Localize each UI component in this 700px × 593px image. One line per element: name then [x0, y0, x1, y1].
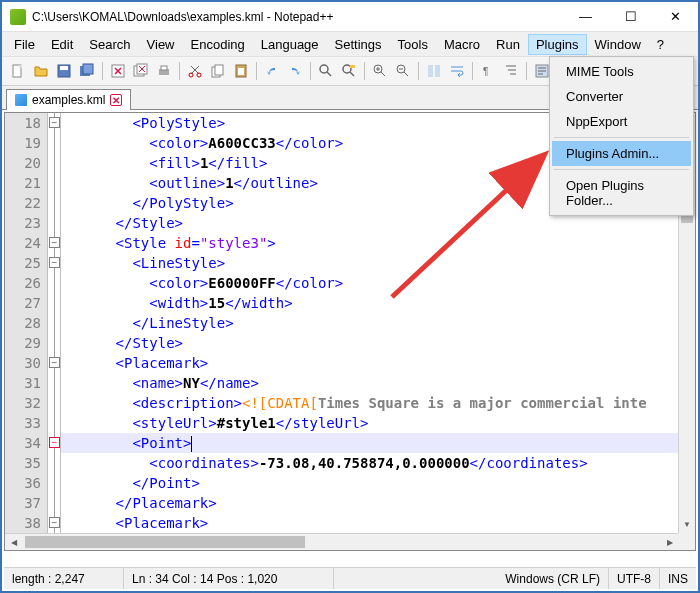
status-encoding[interactable]: UTF-8 [609, 568, 660, 589]
code-line[interactable]: <description><![CDATA[Times Square is a … [61, 393, 695, 413]
indent-guide-icon[interactable] [501, 61, 521, 81]
show-symbols-icon[interactable]: ¶ [478, 61, 498, 81]
scroll-thumb[interactable] [25, 536, 305, 548]
undo-icon[interactable] [262, 61, 282, 81]
close-all-icon[interactable] [131, 61, 151, 81]
line-number: 33 [5, 413, 47, 433]
line-number: 27 [5, 293, 47, 313]
menu-plugins[interactable]: Plugins [528, 34, 587, 55]
scroll-right-icon[interactable]: ▶ [661, 534, 678, 550]
tab-close-icon[interactable]: ✕ [110, 94, 122, 106]
menu-macro[interactable]: Macro [436, 34, 488, 55]
minimize-button[interactable]: — [563, 3, 608, 31]
menu-help[interactable]: ? [649, 34, 672, 55]
menu-separator [554, 169, 689, 170]
close-file-icon[interactable] [108, 61, 128, 81]
code-line[interactable]: <name>NY</name> [61, 373, 695, 393]
menu-nppexport[interactable]: NppExport [552, 109, 691, 134]
status-length: length : 2,247 [4, 568, 124, 589]
svg-rect-19 [350, 65, 355, 68]
code-line[interactable]: </Style> [61, 213, 695, 233]
code-line[interactable]: </Style> [61, 333, 695, 353]
titlebar: C:\Users\KOMAL\Downloads\examples.kml - … [2, 2, 698, 32]
plugins-dropdown: MIME Tools Converter NppExport Plugins A… [549, 56, 694, 216]
line-number: 19 [5, 133, 47, 153]
fold-margin[interactable]: − − − − − − [47, 113, 61, 550]
code-line[interactable]: <Placemark> [61, 513, 695, 533]
fold-minus-icon[interactable]: − [49, 357, 60, 368]
menu-file[interactable]: File [6, 34, 43, 55]
replace-icon[interactable] [339, 61, 359, 81]
open-file-icon[interactable] [31, 61, 51, 81]
code-line[interactable]: <width>15</width> [61, 293, 695, 313]
line-number: 25 [5, 253, 47, 273]
code-line[interactable]: <styleUrl>#style1</styleUrl> [61, 413, 695, 433]
line-number: 30 [5, 353, 47, 373]
close-button[interactable]: ✕ [653, 3, 698, 31]
menu-encoding[interactable]: Encoding [183, 34, 253, 55]
fold-minus-icon[interactable]: − [49, 257, 60, 268]
code-line[interactable]: <coordinates>-73.08,40.758874,0.000000</… [61, 453, 695, 473]
cut-icon[interactable] [185, 61, 205, 81]
menu-mime-tools[interactable]: MIME Tools [552, 59, 691, 84]
line-number: 34 [5, 433, 47, 453]
scroll-left-icon[interactable]: ◀ [5, 534, 22, 550]
scroll-down-icon[interactable]: ▼ [679, 516, 695, 533]
menu-separator [554, 137, 689, 138]
status-position: Ln : 34 Col : 14 Pos : 1,020 [124, 568, 334, 589]
scroll-corner [678, 533, 695, 550]
code-line[interactable]: </LineStyle> [61, 313, 695, 333]
word-wrap-icon[interactable] [447, 61, 467, 81]
line-number: 26 [5, 273, 47, 293]
menu-open-plugins-folder[interactable]: Open Plugins Folder... [552, 173, 691, 213]
line-number: 23 [5, 213, 47, 233]
tab-examples-kml[interactable]: examples.kml ✕ [6, 89, 131, 110]
menu-settings[interactable]: Settings [327, 34, 390, 55]
line-number: 37 [5, 493, 47, 513]
status-eol[interactable]: Windows (CR LF) [497, 568, 609, 589]
menu-converter[interactable]: Converter [552, 84, 691, 109]
menu-window[interactable]: Window [587, 34, 649, 55]
print-icon[interactable] [154, 61, 174, 81]
paste-icon[interactable] [231, 61, 251, 81]
horizontal-scrollbar[interactable]: ◀ ▶ [5, 533, 678, 550]
save-icon[interactable] [54, 61, 74, 81]
line-number: 35 [5, 453, 47, 473]
code-line[interactable]: <Placemark> [61, 353, 695, 373]
menu-tools[interactable]: Tools [390, 34, 436, 55]
line-number: 20 [5, 153, 47, 173]
menu-edit[interactable]: Edit [43, 34, 81, 55]
menu-view[interactable]: View [139, 34, 183, 55]
save-all-icon[interactable] [77, 61, 97, 81]
app-icon [10, 9, 26, 25]
menu-language[interactable]: Language [253, 34, 327, 55]
redo-icon[interactable] [285, 61, 305, 81]
menu-run[interactable]: Run [488, 34, 528, 55]
file-icon [15, 94, 27, 106]
sync-scroll-icon[interactable] [424, 61, 444, 81]
menu-plugins-admin[interactable]: Plugins Admin... [552, 141, 691, 166]
svg-rect-16 [238, 68, 244, 75]
zoom-out-icon[interactable] [393, 61, 413, 81]
window-title: C:\Users\KOMAL\Downloads\examples.kml - … [32, 10, 563, 24]
menu-search[interactable]: Search [81, 34, 138, 55]
status-insert-mode[interactable]: INS [660, 568, 696, 589]
fold-minus-icon[interactable]: − [49, 437, 60, 448]
svg-text:¶: ¶ [483, 66, 488, 77]
find-icon[interactable] [316, 61, 336, 81]
fold-minus-icon[interactable]: − [49, 237, 60, 248]
new-file-icon[interactable] [8, 61, 28, 81]
copy-icon[interactable] [208, 61, 228, 81]
code-line[interactable]: </Point> [61, 473, 695, 493]
code-line[interactable]: <color>E60000FF</color> [61, 273, 695, 293]
fold-minus-icon[interactable]: − [49, 117, 60, 128]
maximize-button[interactable]: ☐ [608, 3, 653, 31]
line-number: 29 [5, 333, 47, 353]
zoom-in-icon[interactable] [370, 61, 390, 81]
svg-rect-3 [60, 66, 68, 70]
fold-minus-icon[interactable]: − [49, 517, 60, 528]
code-line[interactable]: <Style id="style3"> [61, 233, 695, 253]
code-line[interactable]: </Placemark> [61, 493, 695, 513]
code-line[interactable]: <Point> [61, 433, 695, 453]
code-line[interactable]: <LineStyle> [61, 253, 695, 273]
